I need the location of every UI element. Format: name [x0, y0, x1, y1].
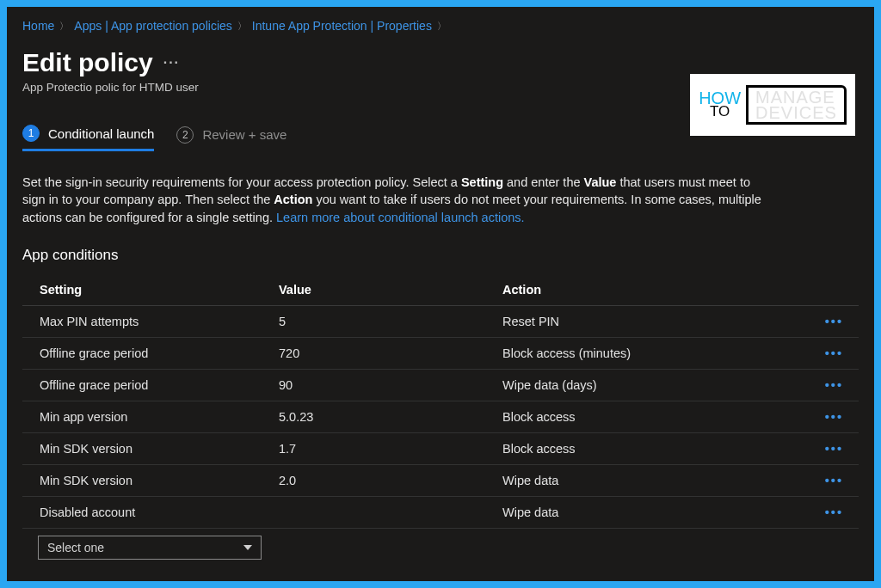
tab-label: Review + save [202, 127, 286, 142]
breadcrumb: Home 〉 Apps | App protection policies 〉 … [22, 19, 859, 33]
table-row: Disabled accountWipe data••• [22, 496, 859, 528]
conditions-table: Setting Value Action Max PIN attempts5Re… [22, 274, 859, 529]
col-value: Value [272, 274, 496, 306]
row-more-icon[interactable]: ••• [818, 464, 859, 496]
cell-action[interactable]: Wipe data [496, 464, 818, 496]
table-row: Offline grace period720Block access (min… [22, 337, 859, 369]
cell-action[interactable]: Block access [496, 401, 818, 432]
breadcrumb-apps[interactable]: Apps | App protection policies [74, 19, 231, 33]
cell-action[interactable]: Wipe data [496, 496, 818, 528]
learn-more-link[interactable]: Learn more about conditional launch acti… [276, 211, 525, 224]
more-actions-icon[interactable]: ··· [163, 55, 180, 70]
step-badge-2: 2 [176, 126, 194, 144]
table-row: Min app version5.0.23Block access••• [22, 401, 859, 432]
row-more-icon[interactable]: ••• [818, 337, 859, 369]
section-app-conditions: App conditions [22, 247, 859, 264]
cell-value[interactable]: 720 [272, 337, 496, 369]
howto-watermark: HOW TO MANAGE DEVICES [690, 74, 855, 136]
cell-value[interactable]: 5.0.23 [272, 401, 496, 432]
watermark-devices: DEVICES [755, 105, 837, 120]
col-setting: Setting [22, 274, 272, 306]
cell-action[interactable]: Wipe data (days) [496, 369, 818, 401]
cell-value[interactable]: 2.0 [272, 464, 496, 496]
cell-action[interactable]: Block access (minutes) [496, 337, 818, 369]
cell-action[interactable]: Reset PIN [496, 305, 818, 337]
cell-setting[interactable]: Min app version [22, 401, 272, 432]
table-row: Max PIN attempts5Reset PIN••• [22, 305, 859, 337]
cell-value[interactable]: 5 [272, 305, 496, 337]
col-action: Action [496, 274, 818, 306]
cell-action[interactable]: Block access [496, 432, 818, 464]
row-more-icon[interactable]: ••• [818, 305, 859, 337]
cell-setting[interactable]: Offline grace period [22, 337, 272, 369]
breadcrumb-intune[interactable]: Intune App Protection | Properties [252, 19, 432, 33]
step-badge-1: 1 [22, 125, 40, 142]
cell-setting[interactable]: Disabled account [22, 496, 272, 528]
description-text: Set the sign-in security requirements fo… [22, 174, 771, 226]
page-title: Edit policy [22, 48, 153, 77]
table-row: Min SDK version2.0Wipe data••• [22, 464, 859, 496]
watermark-to: TO [699, 106, 741, 118]
cell-setting[interactable]: Min SDK version [22, 432, 272, 464]
cell-setting[interactable]: Min SDK version [22, 464, 272, 496]
row-more-icon[interactable]: ••• [818, 369, 859, 401]
breadcrumb-home[interactable]: Home [22, 19, 54, 33]
select-placeholder: Select one [47, 541, 104, 554]
cell-value[interactable]: 1.7 [272, 432, 496, 464]
table-row: Offline grace period90Wipe data (days)••… [22, 369, 859, 401]
chevron-right-icon: 〉 [59, 20, 69, 33]
cell-value[interactable] [272, 496, 496, 528]
tab-conditional-launch[interactable]: 1 Conditional launch [22, 125, 154, 151]
chevron-right-icon: 〉 [437, 20, 447, 33]
row-more-icon[interactable]: ••• [818, 432, 859, 464]
table-row: Min SDK version1.7Block access••• [22, 432, 859, 464]
tab-review-save[interactable]: 2 Review + save [176, 126, 286, 150]
row-more-icon[interactable]: ••• [818, 401, 859, 432]
chevron-right-icon: 〉 [237, 20, 247, 33]
cell-setting[interactable]: Offline grace period [22, 369, 272, 401]
tab-label: Conditional launch [48, 126, 154, 141]
row-more-icon[interactable]: ••• [818, 496, 859, 528]
cell-value[interactable]: 90 [272, 369, 496, 401]
chevron-down-icon [243, 545, 252, 550]
setting-select[interactable]: Select one [38, 536, 262, 560]
cell-setting[interactable]: Max PIN attempts [22, 305, 272, 337]
